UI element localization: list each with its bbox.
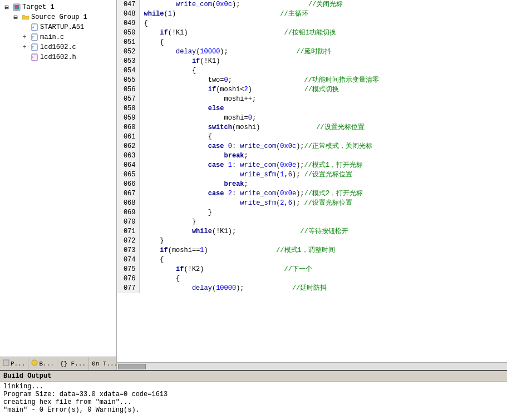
code-row-050: 050 if(!K1) //按钮1功能切换 bbox=[117, 28, 507, 38]
tree-item-lcd1602h[interactable]: h lcd1602.h bbox=[0, 52, 116, 62]
expand-icon-sg: ⊟ bbox=[11, 13, 20, 22]
code-content-057: moshi++; bbox=[139, 95, 507, 104]
line-num-072: 072 bbox=[117, 236, 139, 246]
build-output-content: linking... Program Size: data=33.0 xdata… bbox=[0, 382, 507, 420]
mainc-label: main.c bbox=[40, 33, 64, 41]
tree-item-mainc[interactable]: + C main.c bbox=[0, 32, 116, 42]
expand-icon-lcd: + bbox=[20, 43, 29, 52]
tab-p[interactable]: P... bbox=[0, 357, 28, 370]
code-content-070: } bbox=[139, 218, 507, 227]
source-group-label: Source Group 1 bbox=[31, 13, 87, 21]
line-num-052: 052 bbox=[117, 47, 139, 57]
code-content-075: if(!K2) //下一个 bbox=[139, 265, 507, 274]
line-num-047: 047 bbox=[117, 0, 139, 9]
expand-icon-main: + bbox=[20, 33, 29, 42]
folder-icon bbox=[21, 13, 30, 22]
svg-text:C: C bbox=[32, 46, 35, 49]
build-output-panel: Build Output linking... Program Size: da… bbox=[0, 370, 507, 420]
scroll-thumb[interactable] bbox=[118, 364, 146, 369]
svg-text:C: C bbox=[32, 36, 35, 39]
left-panel: ⊟ Target 1 ⊟ bbox=[0, 0, 117, 370]
tab-b[interactable]: B... bbox=[28, 357, 57, 370]
line-num-063: 063 bbox=[117, 151, 139, 161]
file-spacer bbox=[20, 23, 29, 32]
code-content-058: else bbox=[139, 104, 507, 113]
svg-text:h: h bbox=[32, 56, 34, 59]
code-row-066: 066 break; bbox=[117, 180, 507, 189]
code-row-072: 072 } bbox=[117, 236, 507, 246]
tree-item-lcd1602c[interactable]: + C lcd1602.c bbox=[0, 42, 116, 52]
tab-p-label: P... bbox=[11, 360, 25, 367]
code-content-055: two=0; //功能时间指示变量清零 bbox=[139, 76, 507, 85]
line-num-068: 068 bbox=[117, 199, 139, 208]
tab-f[interactable]: {} F... bbox=[57, 357, 89, 370]
code-content-054: { bbox=[139, 66, 507, 76]
line-num-062: 062 bbox=[117, 142, 139, 151]
line-num-060: 060 bbox=[117, 123, 139, 132]
line-num-056: 056 bbox=[117, 85, 139, 95]
code-row-059: 059 moshi=0; bbox=[117, 113, 507, 123]
line-num-074: 074 bbox=[117, 255, 139, 265]
code-row-068: 068 write_sfm(2,6); //设置光标位置 bbox=[117, 199, 507, 208]
file-spacer-h bbox=[20, 53, 29, 62]
tree-item-source-group[interactable]: ⊟ Source Group 1 bbox=[0, 12, 116, 22]
line-num-075: 075 bbox=[117, 265, 139, 274]
line-num-070: 070 bbox=[117, 218, 139, 227]
tab-f-label: {} F... bbox=[60, 360, 86, 367]
code-content-060: switch(moshi) //设置光标位置 bbox=[139, 123, 507, 132]
line-num-073: 073 bbox=[117, 246, 139, 255]
code-row-062: 062 case 0: write_com(0x0c);//正常模式，关闭光标 bbox=[117, 142, 507, 151]
code-content-056: if(moshi<2) //模式切换 bbox=[139, 85, 507, 95]
startup-label: STARTUP.A51 bbox=[40, 23, 84, 31]
code-row-048: 048 while(1) //主循环 bbox=[117, 9, 507, 19]
code-row-073: 073 if(moshi==1) //模式1，调整时间 bbox=[117, 246, 507, 255]
line-num-066: 066 bbox=[117, 180, 139, 189]
line-num-048: 048 bbox=[117, 9, 139, 19]
target1-label: Target 1 bbox=[22, 3, 55, 11]
code-table: 047 write_com(0x0c); //关闭光标 048 while(1)… bbox=[117, 0, 507, 293]
code-area[interactable]: 047 write_com(0x0c); //关闭光标 048 while(1)… bbox=[117, 0, 507, 362]
code-content-063: break; bbox=[139, 151, 507, 161]
tree-item-startup[interactable]: A STARTUP.A51 bbox=[0, 22, 116, 32]
code-row-051: 051 { bbox=[117, 38, 507, 47]
lcd1602h-label: lcd1602.h bbox=[40, 53, 76, 61]
code-row-060: 060 switch(moshi) //设置光标位置 bbox=[117, 123, 507, 132]
line-num-076: 076 bbox=[117, 274, 139, 284]
c-file-icon-lcd: C bbox=[30, 43, 39, 52]
code-row-054: 054 { bbox=[117, 66, 507, 76]
line-num-077: 077 bbox=[117, 284, 139, 293]
line-num-057: 057 bbox=[117, 95, 139, 104]
line-num-054: 054 bbox=[117, 66, 139, 76]
code-content-049: { bbox=[139, 19, 507, 28]
build-line-3: creating hex file from "main"... bbox=[3, 398, 504, 406]
code-content-065: write_sfm(1,6); //设置光标位置 bbox=[139, 170, 507, 180]
tab-0[interactable]: 0n T... bbox=[89, 357, 117, 370]
code-content-064: case 1: write_com(0x0e);//模式1，打开光标 bbox=[139, 161, 507, 170]
asm-file-icon: A bbox=[30, 23, 39, 32]
project-tree[interactable]: ⊟ Target 1 ⊟ bbox=[0, 0, 116, 357]
code-row-067: 067 case 2: write_com(0x0e);//模式2，打开光标 bbox=[117, 189, 507, 199]
code-content-048: while(1) //主循环 bbox=[139, 9, 507, 19]
svg-rect-11 bbox=[3, 360, 9, 365]
build-output-title: Build Output bbox=[0, 371, 507, 382]
code-content-072: } bbox=[139, 236, 507, 246]
line-num-064: 064 bbox=[117, 161, 139, 170]
c-file-icon-main: C bbox=[30, 33, 39, 42]
build-line-4: "main" - 0 Error(s), 0 Warning(s). bbox=[3, 406, 504, 414]
line-num-059: 059 bbox=[117, 113, 139, 123]
code-row-057: 057 moshi++; bbox=[117, 95, 507, 104]
code-content-047: write_com(0x0c); //关闭光标 bbox=[139, 0, 507, 9]
build-line-1: linking... bbox=[3, 383, 504, 391]
code-content-069: } bbox=[139, 208, 507, 218]
code-row-070: 070 } bbox=[117, 218, 507, 227]
code-row-063: 063 break; bbox=[117, 151, 507, 161]
line-num-061: 061 bbox=[117, 132, 139, 142]
code-scrollbar[interactable] bbox=[117, 362, 507, 370]
code-content-068: write_sfm(2,6); //设置光标位置 bbox=[139, 199, 507, 208]
code-content-061: { bbox=[139, 132, 507, 142]
line-num-058: 058 bbox=[117, 104, 139, 113]
tree-item-target1[interactable]: ⊟ Target 1 bbox=[0, 2, 116, 12]
svg-rect-2 bbox=[16, 6, 18, 8]
line-num-071: 071 bbox=[117, 227, 139, 236]
code-row-064: 064 case 1: write_com(0x0e);//模式1，打开光标 bbox=[117, 161, 507, 170]
